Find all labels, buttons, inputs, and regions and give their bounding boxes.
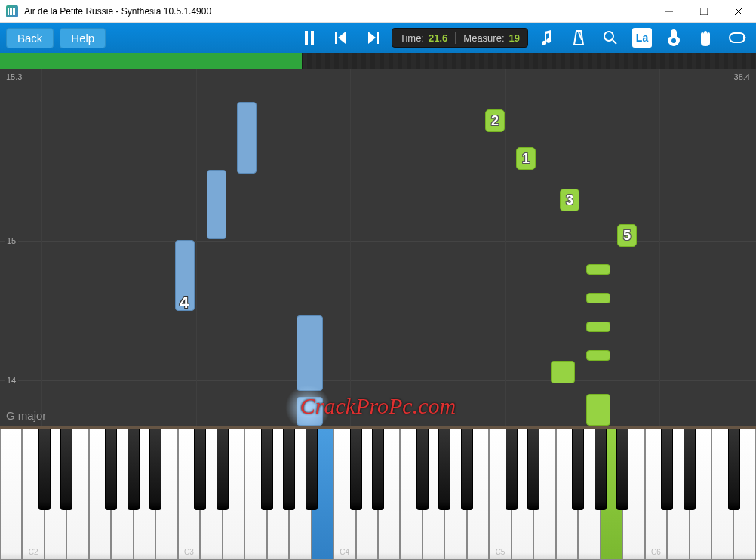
black-key[interactable]	[38, 429, 51, 510]
black-key[interactable]	[149, 429, 161, 510]
svg-rect-4	[305, 31, 308, 45]
svg-rect-9	[377, 32, 379, 44]
bookmark-icon[interactable]	[661, 26, 687, 49]
octave-label: C6	[651, 548, 661, 556]
time-value: 21.6	[429, 32, 447, 44]
black-key[interactable]	[306, 429, 318, 510]
falling-note	[586, 394, 610, 426]
measure-value: 19	[509, 32, 520, 44]
svg-rect-5	[311, 31, 314, 45]
labels-icon[interactable]: La	[629, 26, 655, 49]
window-controls	[652, 0, 756, 23]
metronome-icon[interactable]	[566, 26, 592, 49]
maximize-button[interactable]	[687, 0, 721, 23]
finger-badge-3: 3	[560, 189, 579, 211]
black-key[interactable]	[60, 429, 72, 510]
black-key[interactable]	[372, 429, 384, 510]
svg-point-11	[604, 32, 613, 41]
black-key[interactable]	[572, 429, 584, 510]
svg-line-12	[613, 40, 616, 44]
app-icon	[6, 5, 18, 17]
grid: 15 14	[0, 69, 756, 426]
octave-label: C4	[340, 548, 349, 556]
help-button[interactable]: Help	[60, 28, 106, 48]
black-key[interactable]	[684, 429, 696, 510]
octave-label: C2	[29, 548, 38, 556]
hand-icon[interactable]	[693, 26, 718, 49]
octave-label: C5	[496, 548, 506, 556]
finger-badge-1: 1	[516, 147, 536, 170]
black-key[interactable]	[461, 429, 473, 510]
note-track: 15.3 38.4 15 14 2 1 3 5 4 G major CrackP…	[0, 53, 756, 426]
black-key[interactable]	[438, 429, 450, 510]
black-key[interactable]	[661, 429, 673, 510]
black-key[interactable]	[506, 429, 518, 510]
window-title: Air de la Petite Russie - Synthesia 10.5…	[24, 6, 652, 17]
falling-note	[207, 170, 226, 239]
falling-note	[586, 322, 610, 332]
finger-badge-5: 5	[617, 224, 637, 247]
minimize-button[interactable]	[652, 0, 687, 23]
key-signature-label: G major	[6, 409, 46, 422]
falling-note	[586, 264, 610, 275]
music-note-icon[interactable]	[534, 26, 560, 49]
black-key[interactable]	[283, 429, 295, 510]
measure-label: Measure:	[463, 32, 504, 44]
loop-icon[interactable]	[724, 26, 750, 49]
svg-rect-6	[335, 32, 337, 44]
svg-marker-7	[338, 32, 346, 44]
falling-note	[586, 293, 610, 303]
measure-15-label: 15	[5, 236, 18, 245]
measure-14-label: 14	[5, 376, 18, 385]
zoom-icon[interactable]	[598, 26, 623, 49]
falling-note	[551, 361, 575, 383]
falling-note	[586, 350, 610, 361]
falling-note	[297, 397, 323, 426]
falling-note	[237, 102, 257, 174]
svg-rect-1	[700, 8, 708, 15]
progress-remaining	[303, 53, 756, 69]
prev-icon[interactable]	[328, 26, 354, 49]
svg-rect-13	[730, 33, 745, 42]
time-measure-display[interactable]: Time: 21.6 Measure: 19	[392, 28, 528, 48]
progress-bar[interactable]	[0, 53, 756, 69]
octave-label: C3	[184, 548, 194, 556]
svg-marker-8	[368, 32, 376, 44]
next-icon[interactable]	[360, 26, 386, 49]
black-key[interactable]	[194, 429, 206, 510]
title-bar: Air de la Petite Russie - Synthesia 10.5…	[0, 0, 756, 23]
black-key[interactable]	[595, 429, 607, 510]
black-key[interactable]	[527, 429, 539, 510]
finger-badge-2: 2	[485, 109, 505, 132]
black-key[interactable]	[128, 429, 140, 510]
black-key[interactable]	[416, 429, 429, 510]
finger-label-4: 4	[180, 293, 189, 312]
falling-note	[297, 315, 323, 391]
close-button[interactable]	[721, 0, 756, 23]
black-key[interactable]	[350, 429, 362, 510]
black-key[interactable]	[217, 429, 229, 510]
time-label: Time:	[400, 32, 424, 44]
white-key[interactable]	[0, 429, 22, 560]
black-key[interactable]	[616, 429, 628, 510]
back-button[interactable]: Back	[6, 28, 54, 48]
black-key[interactable]	[261, 429, 273, 510]
piano-keyboard: C2C3C4C5C6	[0, 426, 756, 560]
black-key[interactable]	[105, 429, 117, 510]
progress-done	[0, 53, 303, 69]
pause-icon[interactable]	[297, 26, 322, 49]
toolbar: Back Help Time: 21.6 Measure: 19 La	[0, 23, 756, 53]
black-key[interactable]	[728, 429, 740, 510]
